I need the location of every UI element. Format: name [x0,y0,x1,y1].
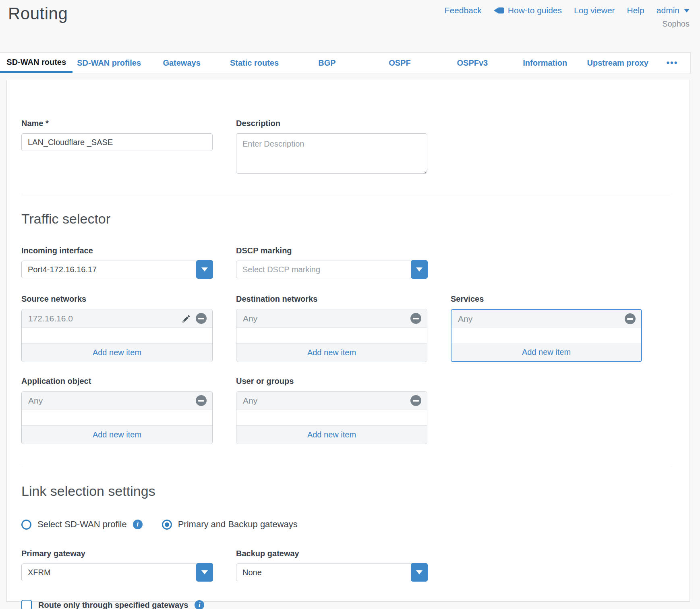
howto-guides-label: How-to guides [508,6,562,15]
incoming-interface-dropdown-button[interactable] [196,260,213,279]
list-item: Any [236,309,427,328]
destination-networks-label: Destination networks [236,294,427,304]
destination-networks-add-button[interactable]: Add new item [236,343,427,362]
dscp-marking-value[interactable] [236,261,427,278]
remove-item-icon[interactable] [410,395,421,406]
list-body [236,410,427,425]
primary-backup-radio[interactable] [162,520,172,530]
backup-gateway-select[interactable] [236,563,427,581]
dscp-marking-group: DSCP marking [236,246,427,278]
incoming-interface-value[interactable] [21,261,213,278]
route-only-checkbox[interactable] [21,600,32,609]
user-or-groups-add-button[interactable]: Add new item [236,425,427,444]
list-item: Any [236,392,427,410]
log-viewer-label: Log viewer [574,6,615,15]
tab-bar: SD-WAN routes SD-WAN profiles Gateways S… [0,52,691,73]
chevron-down-icon [201,570,208,574]
list-item: Any [451,310,641,328]
backup-gateway-group: Backup gateway [236,549,427,581]
backup-gateway-dropdown-button[interactable] [411,563,428,582]
video-camera-icon [494,7,504,14]
admin-menu-label: admin [657,6,679,15]
incoming-interface-select[interactable] [21,261,213,278]
howto-guides-link[interactable]: How-to guides [494,6,562,15]
header-links: Feedback How-to guides Log viewer Help a… [445,6,690,15]
list-body [22,328,212,343]
dscp-marking-dropdown-button[interactable] [411,260,428,279]
source-networks-group: Source networks 172.16.16.0 Add new item [21,294,213,362]
services-group: Services Any Add new item [451,294,642,362]
edit-pencil-icon[interactable] [181,313,192,324]
help-link[interactable]: Help [627,6,644,15]
name-label: Name * [21,119,213,128]
list-body [451,328,641,343]
services-listbox: Any Add new item [451,309,642,362]
user-or-groups-group: User or groups Any Add new item [236,377,427,444]
remove-item-icon[interactable] [625,313,636,324]
list-item-label: Any [458,314,472,324]
chevron-down-icon [684,9,690,12]
user-or-groups-listbox: Any Add new item [236,391,427,444]
log-viewer-link[interactable]: Log viewer [574,6,615,15]
tab-bgp[interactable]: BGP [291,53,363,73]
brand-label: Sophos [662,19,690,29]
tab-gateways[interactable]: Gateways [145,53,218,73]
description-textarea[interactable] [236,133,427,174]
application-object-add-button[interactable]: Add new item [22,425,212,444]
primary-gateway-label: Primary gateway [21,549,213,558]
list-item: 172.16.16.0 [22,309,212,328]
page-title: Routing [8,4,68,23]
destination-networks-listbox: Any Add new item [236,309,427,362]
primary-gateway-select[interactable] [21,563,213,581]
traffic-selector-heading: Traffic selector [21,211,673,227]
incoming-interface-group: Incoming interface [21,246,213,278]
sdwan-profile-radio[interactable] [21,520,31,530]
interface-dscp-row: Incoming interface DSCP marking [21,246,673,278]
tab-upstream-proxy[interactable]: Upstream proxy [582,53,654,73]
destination-networks-group: Destination networks Any Add new item [236,294,427,362]
description-field-group: Description [236,119,427,175]
tab-ospf[interactable]: OSPF [363,53,436,73]
help-label: Help [627,6,644,15]
networks-services-row: Source networks 172.16.16.0 Add new item [21,294,673,362]
source-networks-add-button[interactable]: Add new item [22,343,212,362]
info-icon[interactable]: i [195,600,204,609]
feedback-link-label: Feedback [445,6,482,15]
tab-more-menu[interactable]: ••• [654,53,690,73]
tab-static-routes[interactable]: Static routes [218,53,290,73]
gateway-row: Primary gateway Backup gateway [21,549,673,581]
admin-menu[interactable]: admin [657,6,690,15]
remove-item-icon[interactable] [196,313,207,324]
tab-sdwan-profiles[interactable]: SD-WAN profiles [72,53,145,73]
services-add-button[interactable]: Add new item [451,343,641,361]
info-icon[interactable]: i [133,520,143,529]
primary-gateway-dropdown-button[interactable] [196,563,213,582]
user-or-groups-label: User or groups [236,377,427,386]
application-object-group: Application object Any Add new item [21,377,213,444]
sdwan-profile-radio-group: Select SD-WAN profile i [21,519,143,530]
remove-item-icon[interactable] [410,313,421,324]
name-description-row: Name * Description [21,119,673,175]
dscp-marking-select[interactable] [236,261,427,278]
list-item-label: Any [243,314,257,323]
primary-gateway-value[interactable] [21,563,213,581]
link-selection-radios: Select SD-WAN profile i Primary and Back… [21,519,673,530]
tab-ospfv3[interactable]: OSPFv3 [436,53,509,73]
chevron-down-icon [416,267,422,271]
name-input[interactable] [21,133,213,151]
chevron-down-icon [201,267,208,271]
application-users-row: Application object Any Add new item User… [21,377,673,444]
list-item: Any [22,392,212,410]
feedback-link[interactable]: Feedback [445,6,482,15]
backup-gateway-value[interactable] [236,563,427,581]
remove-item-icon[interactable] [196,395,207,406]
services-label: Services [451,294,642,304]
tab-information[interactable]: Information [509,53,581,73]
name-field-group: Name * [21,119,213,175]
list-body [236,328,427,343]
tab-sdwan-routes[interactable]: SD-WAN routes [0,53,72,73]
route-only-row: Route only through specified gateways i [21,600,673,609]
list-item-label: 172.16.16.0 [28,314,73,323]
incoming-interface-label: Incoming interface [21,246,213,255]
list-item-label: Any [243,396,257,406]
